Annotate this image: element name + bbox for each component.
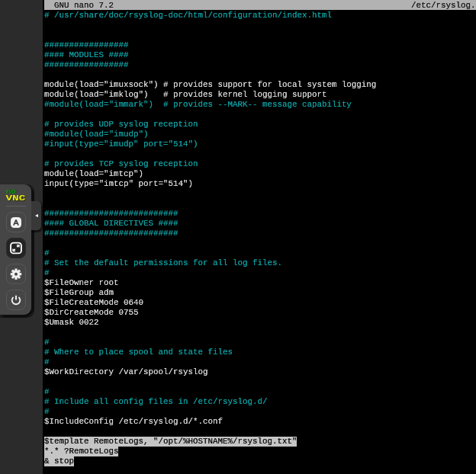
svg-text:VNC: VNC: [5, 194, 26, 203]
